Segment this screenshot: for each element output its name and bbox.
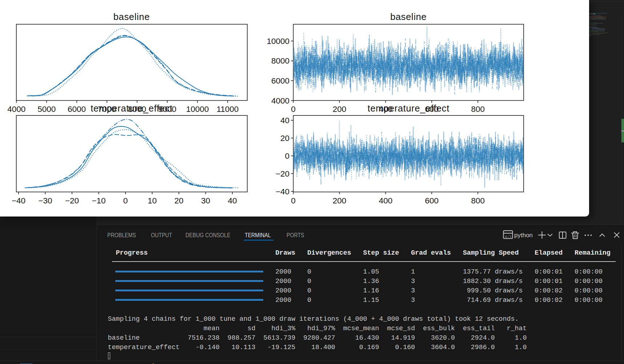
svg-text:200: 200 [333,196,347,205]
svg-text:7000: 7000 [98,105,116,114]
svg-text:4000: 4000 [271,96,289,105]
svg-text:0: 0 [291,196,296,205]
svg-text:11000: 11000 [216,105,239,114]
svg-text:600: 600 [425,196,439,205]
svg-text:200: 200 [333,105,347,114]
svg-text:9000: 9000 [158,105,176,114]
svg-text:−10: −10 [92,196,105,205]
svg-text:8000: 8000 [128,105,146,114]
svg-text:4000: 4000 [7,105,25,114]
svg-text:0: 0 [123,196,128,205]
svg-text:10: 10 [148,196,157,205]
svg-text:−20: −20 [65,196,79,205]
svg-text:40: 40 [228,196,237,205]
svg-text:0: 0 [291,105,296,114]
svg-text:−30: −30 [38,196,52,205]
svg-text:800: 800 [471,196,485,205]
svg-text:30: 30 [201,196,210,205]
svg-text:baseline: baseline [390,12,427,22]
svg-text:baseline: baseline [113,12,150,22]
svg-text:8000: 8000 [271,56,289,65]
svg-text:0: 0 [285,151,290,161]
svg-text:6000: 6000 [271,76,289,85]
svg-text:−40: −40 [12,196,25,205]
svg-text:400: 400 [379,105,393,114]
svg-text:20: 20 [174,196,183,205]
svg-text:40: 40 [280,116,289,125]
svg-text:5000: 5000 [37,105,56,114]
svg-text:−40: −40 [276,187,289,196]
svg-text:400: 400 [379,196,393,205]
svg-text:6000: 6000 [68,105,86,114]
svg-text:10000: 10000 [267,37,290,46]
svg-text:600: 600 [425,105,439,114]
svg-text:20: 20 [280,134,289,143]
svg-text:10000: 10000 [186,105,209,114]
svg-text:−20: −20 [276,169,289,178]
svg-text:800: 800 [471,105,485,114]
svg-text:c:\: c:\ [505,235,511,239]
